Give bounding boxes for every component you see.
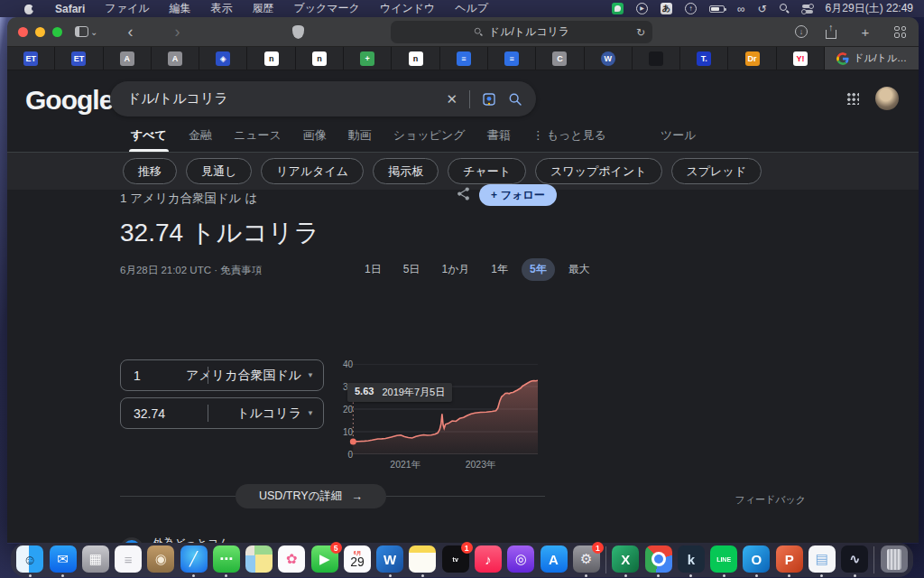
menu-item-5[interactable]: ウインドウ bbox=[370, 0, 445, 17]
details-button[interactable]: USD/TRYの詳細 → bbox=[236, 484, 386, 508]
menu-bar-clock[interactable]: 6月29日(土) 22:49 bbox=[826, 1, 913, 16]
dock-reminders-icon[interactable]: ≡ bbox=[115, 545, 142, 573]
range-最大[interactable]: 最大 bbox=[560, 258, 598, 281]
search-tools-button[interactable]: ツール bbox=[650, 127, 707, 152]
tab-tab-docs-2[interactable]: ≡ bbox=[488, 47, 536, 70]
glasses-icon[interactable]: ∞ bbox=[737, 3, 745, 15]
google-logo[interactable]: Google bbox=[25, 85, 113, 116]
tab-tab-et-2[interactable]: ET bbox=[55, 47, 103, 70]
dock-system-settings-icon[interactable]: ⚙1 bbox=[573, 545, 600, 573]
range-5年[interactable]: 5年 bbox=[522, 258, 555, 281]
chip-見通し[interactable]: 見通し bbox=[186, 158, 252, 184]
chip-チャート[interactable]: チャート bbox=[448, 158, 526, 184]
chip-スプレッド[interactable]: スプレッド bbox=[671, 158, 762, 184]
dock-notes-icon[interactable] bbox=[409, 545, 436, 573]
control-center-icon[interactable] bbox=[802, 5, 813, 14]
share-result-icon[interactable] bbox=[456, 186, 471, 205]
tab-tab-et-1[interactable]: ET bbox=[7, 47, 55, 70]
dock-word-icon[interactable]: W bbox=[376, 545, 403, 573]
tab-tab-blue-app[interactable]: ◈ bbox=[199, 47, 247, 70]
follow-button[interactable]: + フォロー bbox=[479, 184, 557, 206]
result-site-name[interactable]: 外為どっとコム bbox=[152, 536, 625, 543]
range-1日[interactable]: 1日 bbox=[356, 258, 390, 281]
chip-スワップポイント[interactable]: スワップポイント bbox=[535, 158, 661, 184]
menu-app-name[interactable]: Safari bbox=[45, 0, 95, 17]
dock-calendar-icon[interactable]: 6月29 bbox=[344, 545, 371, 573]
line-icon[interactable] bbox=[612, 3, 624, 14]
dock-outlook-icon[interactable]: O bbox=[743, 545, 770, 573]
close-window-button[interactable] bbox=[18, 27, 28, 37]
menu-item-1[interactable]: 編集 bbox=[159, 0, 200, 17]
tab-tab-green-plus[interactable]: + bbox=[344, 47, 392, 70]
dock-safari-icon[interactable]: ╱ bbox=[180, 545, 208, 573]
dock-messages-icon[interactable]: ⋯ bbox=[213, 545, 240, 573]
search-box[interactable]: ドル/トルコリラ ✕ bbox=[110, 81, 536, 117]
dock-photos-icon[interactable]: ✿ bbox=[278, 545, 305, 573]
dock-finder-icon[interactable]: ☺ bbox=[16, 545, 43, 573]
tab-tab-dark-app[interactable] bbox=[633, 47, 680, 70]
tab-tab-notion-2[interactable]: n bbox=[296, 47, 344, 70]
dock-line-icon[interactable]: LINE bbox=[710, 545, 737, 573]
privacy-shield-icon[interactable] bbox=[287, 21, 309, 42]
dock-music-icon[interactable]: ♪ bbox=[475, 545, 502, 573]
active-tab[interactable]: ドル/トル… bbox=[825, 47, 919, 70]
reload-icon[interactable]: ↻ bbox=[636, 26, 645, 39]
chip-掲示板[interactable]: 掲示板 bbox=[373, 158, 439, 184]
apple-menu-icon[interactable] bbox=[23, 3, 34, 14]
range-1か月[interactable]: 1か月 bbox=[433, 258, 477, 281]
dock-apple-tv-icon[interactable]: tv1 bbox=[442, 545, 469, 573]
sidebar-toggle-button[interactable]: ⌄ bbox=[75, 21, 97, 42]
zoom-window-button[interactable] bbox=[52, 27, 62, 37]
amount-input-usd[interactable]: 1 アメリカ合衆国ドル▼ bbox=[120, 359, 324, 391]
search-tab-ショッピング[interactable]: ショッピング bbox=[383, 127, 476, 152]
range-1年[interactable]: 1年 bbox=[483, 258, 516, 281]
tab-tab-t[interactable]: T. bbox=[680, 47, 728, 70]
forward-button[interactable]: › bbox=[166, 21, 188, 42]
share-icon[interactable] bbox=[826, 30, 836, 39]
currency-select-try[interactable]: トルコリラ▼ bbox=[236, 406, 323, 422]
search-tab-ニュース[interactable]: ニュース bbox=[223, 127, 292, 152]
tab-tab-yahoo[interactable]: Y! bbox=[777, 47, 825, 70]
dock-launchpad-icon[interactable]: ▦ bbox=[82, 545, 109, 573]
tab-tab-notion-3[interactable]: n bbox=[392, 47, 439, 70]
disclaimer-link[interactable]: 免責事項 bbox=[220, 265, 262, 275]
search-submit-icon[interactable] bbox=[508, 92, 522, 107]
dock-contacts-icon[interactable]: ◉ bbox=[147, 545, 174, 573]
downloads-icon[interactable]: ↓ bbox=[795, 25, 808, 38]
dock-kindle-icon[interactable]: k bbox=[678, 545, 705, 573]
tab-tab-notion-1[interactable]: n bbox=[247, 47, 295, 70]
dock-mail-icon[interactable]: ✉ bbox=[50, 545, 77, 573]
search-icon[interactable] bbox=[780, 4, 790, 14]
clear-search-icon[interactable]: ✕ bbox=[446, 91, 457, 107]
tab-tab-wordpress[interactable]: W bbox=[585, 47, 633, 70]
search-tab-すべて[interactable]: すべて bbox=[120, 127, 178, 152]
address-bar[interactable]: ドル/トルコリラ ↻ bbox=[391, 21, 652, 43]
menu-item-3[interactable]: 履歴 bbox=[242, 0, 283, 17]
google-lens-icon[interactable] bbox=[482, 92, 496, 107]
amount-input-try[interactable]: 32.74 トルコリラ▼ bbox=[120, 397, 324, 429]
menu-item-6[interactable]: ヘルプ bbox=[445, 0, 498, 17]
menu-item-2[interactable]: 表示 bbox=[200, 0, 242, 17]
dock-app-store-icon[interactable]: A bbox=[541, 545, 568, 573]
tab-tab-a-2[interactable]: A bbox=[152, 47, 199, 70]
dock-podcasts-icon[interactable]: ◎ bbox=[507, 545, 534, 573]
input-source-a-icon[interactable]: あ bbox=[661, 3, 672, 14]
chip-推移[interactable]: 推移 bbox=[123, 158, 177, 184]
menu-item-4[interactable]: ブックマーク bbox=[283, 0, 369, 17]
dock-powerpoint-icon[interactable]: P bbox=[776, 545, 803, 573]
shield-up-icon[interactable]: ↑ bbox=[685, 3, 697, 14]
dock-waveform-app-icon[interactable]: ∿ bbox=[841, 545, 868, 573]
tab-tab-a-1[interactable]: A bbox=[104, 47, 152, 70]
chip-リアルタイム[interactable]: リアルタイム bbox=[261, 158, 364, 184]
tab-tab-docs-1[interactable]: ≡ bbox=[440, 47, 488, 70]
search-tab-書籍[interactable]: 書籍 bbox=[476, 127, 522, 152]
minimize-window-button[interactable] bbox=[35, 27, 45, 37]
back-button[interactable]: ‹ bbox=[119, 21, 141, 42]
fx-chart[interactable]: 5.63 2019年7月5日 010203040 2021年2023年 bbox=[347, 364, 546, 474]
currency-select-usd[interactable]: アメリカ合衆国ドル▼ bbox=[186, 368, 323, 384]
dock-excel-icon[interactable]: X bbox=[612, 545, 639, 573]
dock-facetime-icon[interactable]: ▶5 bbox=[311, 545, 338, 573]
dock-chrome-icon[interactable] bbox=[645, 545, 672, 573]
tab-overview-icon[interactable] bbox=[894, 26, 906, 38]
history-clock-icon[interactable]: ↺ bbox=[758, 3, 767, 15]
